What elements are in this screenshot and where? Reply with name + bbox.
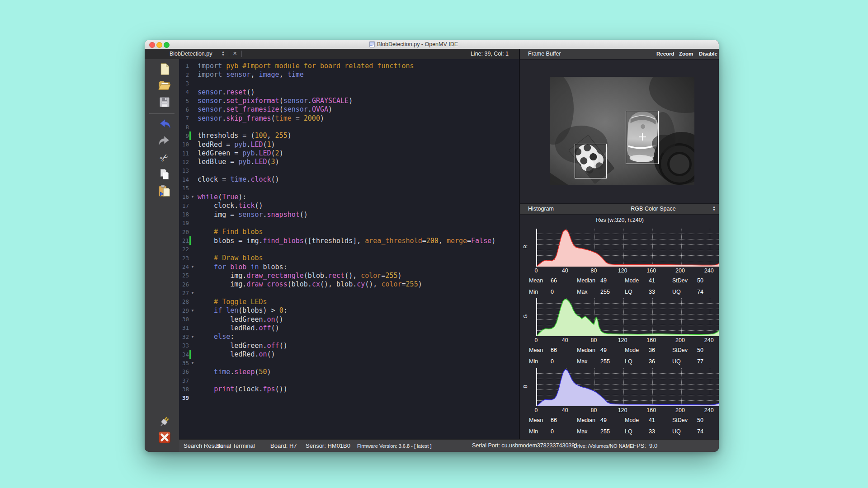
code-line-34[interactable]: 34 ledRed.on() bbox=[179, 350, 519, 358]
stat-value: 41 bbox=[649, 417, 655, 423]
code-line-35[interactable]: 35▼ bbox=[179, 359, 519, 367]
code-text: for blob in blobs: bbox=[198, 263, 288, 271]
x-axis-tick-label: 80 bbox=[584, 337, 604, 343]
code-line-11[interactable]: 11ledGreen = pyb.LED(2) bbox=[179, 149, 519, 157]
line-number: 31 bbox=[179, 324, 189, 331]
window-title-wrap: BlobDetection.py - OpenMV IDE bbox=[145, 40, 683, 49]
line-number: 33 bbox=[179, 342, 189, 349]
gutter-marker bbox=[189, 219, 198, 227]
open-file-button[interactable] bbox=[157, 78, 172, 93]
gutter-marker[interactable]: ▼ bbox=[189, 333, 198, 341]
code-line-4[interactable]: 4sensor.reset() bbox=[179, 88, 519, 96]
stat-label: Mean bbox=[529, 417, 543, 423]
code-line-31[interactable]: 31 ledRed.off() bbox=[179, 324, 519, 332]
code-line-5[interactable]: 5sensor.set_pixformat(sensor.GRAYSCALE) bbox=[179, 96, 519, 105]
code-line-39[interactable]: 39 bbox=[179, 394, 519, 402]
gutter-marker bbox=[189, 367, 198, 376]
zoom-button[interactable]: Zoom bbox=[679, 51, 693, 56]
code-line-29[interactable]: 29▼ if len(blobs) > 0: bbox=[179, 306, 519, 315]
line-number: 14 bbox=[179, 176, 189, 183]
code-line-24[interactable]: 24▼ for blob in blobs: bbox=[179, 263, 519, 271]
tab-close-icon[interactable]: ✕ bbox=[233, 51, 237, 56]
code-line-10[interactable]: 10ledRed = pyb.LED(1) bbox=[179, 140, 519, 149]
code-line-15[interactable]: 15 bbox=[179, 184, 519, 192]
code-line-22[interactable]: 22 bbox=[179, 245, 519, 253]
paste-button[interactable] bbox=[157, 183, 172, 199]
fold-arrow-icon[interactable]: ▼ bbox=[191, 335, 194, 339]
tab-switcher-arrows-icon[interactable]: ▲▼ bbox=[222, 50, 225, 56]
paste-icon bbox=[157, 184, 172, 198]
code-line-13[interactable]: 13 bbox=[179, 166, 519, 175]
code-line-12[interactable]: 12ledBlue = pyb.LED(3) bbox=[179, 158, 519, 166]
save-icon bbox=[158, 95, 171, 109]
gutter-marker[interactable]: ▼ bbox=[189, 289, 198, 297]
stat-label: UQ bbox=[672, 358, 681, 365]
code-line-3[interactable]: 3 bbox=[179, 79, 519, 88]
code-line-25[interactable]: 25 img.draw_rectangle(blob.rect(), color… bbox=[179, 271, 519, 280]
code-text: ledBlue = pyb.LED(3) bbox=[198, 158, 279, 166]
code-line-2[interactable]: 2import sensor, image, time bbox=[179, 70, 519, 79]
line-number: 36 bbox=[179, 368, 189, 375]
code-line-16[interactable]: 16▼while(True): bbox=[179, 192, 519, 201]
code-line-7[interactable]: 7sensor.skip_frames(time = 2000) bbox=[179, 114, 519, 122]
disable-button[interactable]: Disable bbox=[699, 51, 717, 56]
cut-button[interactable]: ✂ bbox=[157, 150, 172, 165]
scissors-icon: ✂ bbox=[157, 150, 171, 165]
gutter-marker[interactable]: ▼ bbox=[189, 263, 198, 271]
save-file-button[interactable] bbox=[157, 94, 172, 110]
new-file-button[interactable] bbox=[157, 61, 172, 77]
fold-arrow-icon[interactable]: ▼ bbox=[191, 309, 194, 313]
gutter-marker[interactable]: ▼ bbox=[189, 306, 198, 315]
code-line-14[interactable]: 14clock = time.clock() bbox=[179, 175, 519, 183]
code-line-17[interactable]: 17 clock.tick() bbox=[179, 202, 519, 210]
stat-value: 255 bbox=[600, 358, 610, 365]
code-editor[interactable]: 1import pyb #Import module for board rel… bbox=[179, 59, 519, 439]
color-space-select[interactable]: RGB Color Space bbox=[631, 206, 675, 212]
redo-button[interactable] bbox=[157, 133, 172, 149]
cursor-position: Line: 39, Col: 1 bbox=[471, 51, 509, 57]
fold-arrow-icon[interactable]: ▼ bbox=[191, 265, 194, 269]
code-line-9[interactable]: 9thresholds = (100, 255) bbox=[179, 131, 519, 140]
code-line-8[interactable]: 8 bbox=[179, 122, 519, 131]
line-number: 21 bbox=[179, 237, 189, 244]
frame-buffer-header: Frame Buffer Record Zoom Disable bbox=[520, 49, 719, 60]
code-line-38[interactable]: 38 print(clock.fps()) bbox=[179, 385, 519, 394]
line-number: 38 bbox=[179, 386, 189, 393]
gutter-marker bbox=[189, 79, 198, 88]
gutter-marker[interactable]: ▼ bbox=[189, 192, 198, 201]
code-line-19[interactable]: 19 bbox=[179, 219, 519, 227]
gutter-marker[interactable]: ▼ bbox=[189, 359, 198, 367]
color-space-arrows-icon[interactable]: ▲▼ bbox=[712, 205, 716, 211]
stat-value: 0 bbox=[551, 289, 554, 295]
fold-arrow-icon[interactable]: ▼ bbox=[191, 195, 194, 199]
code-line-23[interactable]: 23 # Draw blobs bbox=[179, 254, 519, 263]
code-line-33[interactable]: 33 ledGreen.off() bbox=[179, 341, 519, 350]
connect-button[interactable] bbox=[157, 414, 172, 429]
stat-label: StDev bbox=[672, 347, 688, 353]
code-line-20[interactable]: 20 # Find blobs bbox=[179, 228, 519, 236]
copy-button[interactable] bbox=[157, 167, 172, 182]
fold-arrow-icon[interactable]: ▼ bbox=[191, 291, 194, 295]
code-line-26[interactable]: 26 img.draw_cross(blob.cx(), blob.cy(), … bbox=[179, 280, 519, 289]
disconnect-button[interactable] bbox=[157, 430, 172, 445]
gutter-marker bbox=[189, 140, 198, 149]
code-line-36[interactable]: 36 time.sleep(50) bbox=[179, 367, 519, 376]
fold-arrow-icon[interactable]: ▼ bbox=[191, 361, 194, 365]
code-line-18[interactable]: 18 img = sensor.snapshot() bbox=[179, 210, 519, 219]
record-button[interactable]: Record bbox=[656, 51, 675, 56]
code-text: ledRed = pyb.LED(1) bbox=[198, 141, 275, 149]
code-line-1[interactable]: 1import pyb #Import module for board rel… bbox=[179, 61, 519, 70]
stats-row: Mean66Median49Mode41StDev50 bbox=[520, 277, 719, 286]
code-line-37[interactable]: 37 bbox=[179, 376, 519, 385]
code-line-30[interactable]: 30 ledGreen.on() bbox=[179, 315, 519, 324]
undo-button[interactable] bbox=[157, 117, 172, 132]
gutter-marker bbox=[189, 341, 198, 350]
stat-label: Max bbox=[577, 358, 588, 365]
status-serial-terminal[interactable]: Serial Terminal bbox=[216, 442, 255, 449]
code-line-6[interactable]: 6sensor.set_framesize(sensor.QVGA) bbox=[179, 105, 519, 114]
tab-blobdetection[interactable]: BlobDetection.py bbox=[170, 51, 212, 57]
code-line-28[interactable]: 28 # Toggle LEDs bbox=[179, 297, 519, 306]
code-line-21[interactable]: 21 blobs = img.find_blobs([thresholds], … bbox=[179, 236, 519, 245]
code-line-27[interactable]: 27▼ bbox=[179, 289, 519, 297]
code-line-32[interactable]: 32▼ else: bbox=[179, 333, 519, 341]
